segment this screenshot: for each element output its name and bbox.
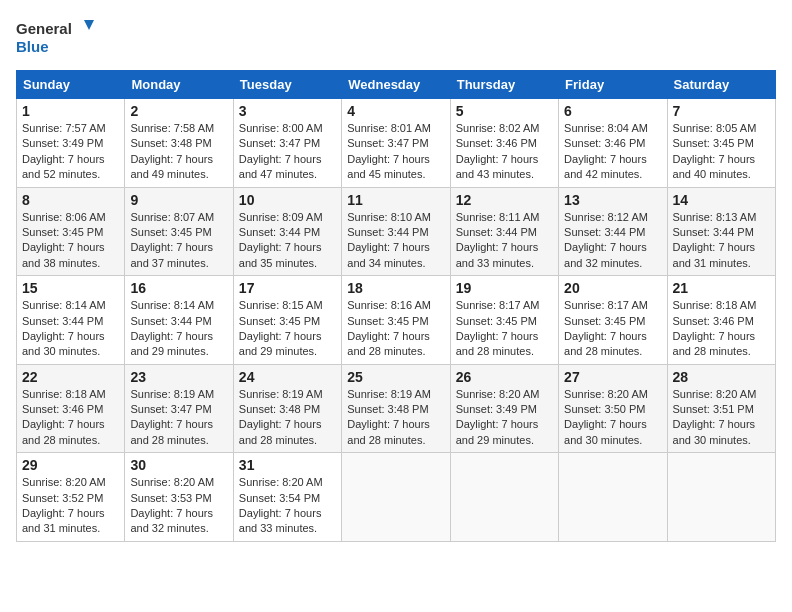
- day-cell: 14 Sunrise: 8:13 AMSunset: 3:44 PMDaylig…: [667, 187, 775, 276]
- day-number: 2: [130, 103, 227, 119]
- day-cell: 20 Sunrise: 8:17 AMSunset: 3:45 PMDaylig…: [559, 276, 667, 365]
- day-info: Sunrise: 8:01 AMSunset: 3:47 PMDaylight:…: [347, 121, 444, 183]
- day-info: Sunrise: 8:14 AMSunset: 3:44 PMDaylight:…: [130, 298, 227, 360]
- day-number: 19: [456, 280, 553, 296]
- day-number: 20: [564, 280, 661, 296]
- day-number: 10: [239, 192, 336, 208]
- header-tuesday: Tuesday: [233, 71, 341, 99]
- day-cell: [450, 453, 558, 542]
- day-cell: 9 Sunrise: 8:07 AMSunset: 3:45 PMDayligh…: [125, 187, 233, 276]
- day-info: Sunrise: 8:04 AMSunset: 3:46 PMDaylight:…: [564, 121, 661, 183]
- day-info: Sunrise: 8:13 AMSunset: 3:44 PMDaylight:…: [673, 210, 770, 272]
- day-cell: 13 Sunrise: 8:12 AMSunset: 3:44 PMDaylig…: [559, 187, 667, 276]
- day-number: 17: [239, 280, 336, 296]
- day-cell: 23 Sunrise: 8:19 AMSunset: 3:47 PMDaylig…: [125, 364, 233, 453]
- day-number: 21: [673, 280, 770, 296]
- day-info: Sunrise: 8:06 AMSunset: 3:45 PMDaylight:…: [22, 210, 119, 272]
- day-number: 6: [564, 103, 661, 119]
- day-cell: 5 Sunrise: 8:02 AMSunset: 3:46 PMDayligh…: [450, 99, 558, 188]
- day-number: 16: [130, 280, 227, 296]
- day-cell: 4 Sunrise: 8:01 AMSunset: 3:47 PMDayligh…: [342, 99, 450, 188]
- day-number: 5: [456, 103, 553, 119]
- day-info: Sunrise: 8:00 AMSunset: 3:47 PMDaylight:…: [239, 121, 336, 183]
- day-cell: 28 Sunrise: 8:20 AMSunset: 3:51 PMDaylig…: [667, 364, 775, 453]
- day-cell: 2 Sunrise: 7:58 AMSunset: 3:48 PMDayligh…: [125, 99, 233, 188]
- day-info: Sunrise: 8:09 AMSunset: 3:44 PMDaylight:…: [239, 210, 336, 272]
- day-number: 11: [347, 192, 444, 208]
- day-cell: 26 Sunrise: 8:20 AMSunset: 3:49 PMDaylig…: [450, 364, 558, 453]
- day-cell: [667, 453, 775, 542]
- day-number: 22: [22, 369, 119, 385]
- day-cell: 11 Sunrise: 8:10 AMSunset: 3:44 PMDaylig…: [342, 187, 450, 276]
- day-cell: 12 Sunrise: 8:11 AMSunset: 3:44 PMDaylig…: [450, 187, 558, 276]
- day-info: Sunrise: 7:58 AMSunset: 3:48 PMDaylight:…: [130, 121, 227, 183]
- week-row-2: 8 Sunrise: 8:06 AMSunset: 3:45 PMDayligh…: [17, 187, 776, 276]
- day-number: 15: [22, 280, 119, 296]
- day-number: 14: [673, 192, 770, 208]
- header-monday: Monday: [125, 71, 233, 99]
- week-row-4: 22 Sunrise: 8:18 AMSunset: 3:46 PMDaylig…: [17, 364, 776, 453]
- header-sunday: Sunday: [17, 71, 125, 99]
- week-row-3: 15 Sunrise: 8:14 AMSunset: 3:44 PMDaylig…: [17, 276, 776, 365]
- day-cell: 30 Sunrise: 8:20 AMSunset: 3:53 PMDaylig…: [125, 453, 233, 542]
- day-number: 12: [456, 192, 553, 208]
- day-number: 24: [239, 369, 336, 385]
- day-info: Sunrise: 8:12 AMSunset: 3:44 PMDaylight:…: [564, 210, 661, 272]
- day-number: 1: [22, 103, 119, 119]
- day-cell: 24 Sunrise: 8:19 AMSunset: 3:48 PMDaylig…: [233, 364, 341, 453]
- calendar-table: SundayMondayTuesdayWednesdayThursdayFrid…: [16, 70, 776, 542]
- day-info: Sunrise: 8:16 AMSunset: 3:45 PMDaylight:…: [347, 298, 444, 360]
- day-number: 29: [22, 457, 119, 473]
- day-info: Sunrise: 8:11 AMSunset: 3:44 PMDaylight:…: [456, 210, 553, 272]
- day-cell: 10 Sunrise: 8:09 AMSunset: 3:44 PMDaylig…: [233, 187, 341, 276]
- day-info: Sunrise: 8:14 AMSunset: 3:44 PMDaylight:…: [22, 298, 119, 360]
- page-header: General Blue: [16, 16, 776, 60]
- logo: General Blue: [16, 16, 96, 60]
- day-cell: 25 Sunrise: 8:19 AMSunset: 3:48 PMDaylig…: [342, 364, 450, 453]
- day-number: 25: [347, 369, 444, 385]
- day-info: Sunrise: 8:10 AMSunset: 3:44 PMDaylight:…: [347, 210, 444, 272]
- day-cell: 1 Sunrise: 7:57 AMSunset: 3:49 PMDayligh…: [17, 99, 125, 188]
- header-friday: Friday: [559, 71, 667, 99]
- week-row-5: 29 Sunrise: 8:20 AMSunset: 3:52 PMDaylig…: [17, 453, 776, 542]
- day-cell: 27 Sunrise: 8:20 AMSunset: 3:50 PMDaylig…: [559, 364, 667, 453]
- logo-svg: General Blue: [16, 16, 96, 60]
- day-info: Sunrise: 8:19 AMSunset: 3:47 PMDaylight:…: [130, 387, 227, 449]
- day-cell: 7 Sunrise: 8:05 AMSunset: 3:45 PMDayligh…: [667, 99, 775, 188]
- day-number: 30: [130, 457, 227, 473]
- day-info: Sunrise: 8:17 AMSunset: 3:45 PMDaylight:…: [456, 298, 553, 360]
- day-info: Sunrise: 8:18 AMSunset: 3:46 PMDaylight:…: [22, 387, 119, 449]
- svg-text:General: General: [16, 20, 72, 37]
- day-info: Sunrise: 8:15 AMSunset: 3:45 PMDaylight:…: [239, 298, 336, 360]
- day-info: Sunrise: 8:20 AMSunset: 3:51 PMDaylight:…: [673, 387, 770, 449]
- header-saturday: Saturday: [667, 71, 775, 99]
- day-number: 27: [564, 369, 661, 385]
- day-info: Sunrise: 8:02 AMSunset: 3:46 PMDaylight:…: [456, 121, 553, 183]
- day-info: Sunrise: 8:20 AMSunset: 3:50 PMDaylight:…: [564, 387, 661, 449]
- day-info: Sunrise: 8:19 AMSunset: 3:48 PMDaylight:…: [347, 387, 444, 449]
- day-cell: 17 Sunrise: 8:15 AMSunset: 3:45 PMDaylig…: [233, 276, 341, 365]
- day-number: 3: [239, 103, 336, 119]
- day-number: 18: [347, 280, 444, 296]
- header-thursday: Thursday: [450, 71, 558, 99]
- svg-text:Blue: Blue: [16, 38, 49, 55]
- day-cell: 22 Sunrise: 8:18 AMSunset: 3:46 PMDaylig…: [17, 364, 125, 453]
- day-cell: [559, 453, 667, 542]
- day-number: 23: [130, 369, 227, 385]
- header-wednesday: Wednesday: [342, 71, 450, 99]
- svg-marker-2: [84, 20, 94, 30]
- day-cell: 29 Sunrise: 8:20 AMSunset: 3:52 PMDaylig…: [17, 453, 125, 542]
- day-cell: 21 Sunrise: 8:18 AMSunset: 3:46 PMDaylig…: [667, 276, 775, 365]
- day-info: Sunrise: 8:18 AMSunset: 3:46 PMDaylight:…: [673, 298, 770, 360]
- day-cell: 31 Sunrise: 8:20 AMSunset: 3:54 PMDaylig…: [233, 453, 341, 542]
- day-info: Sunrise: 8:05 AMSunset: 3:45 PMDaylight:…: [673, 121, 770, 183]
- header-row: SundayMondayTuesdayWednesdayThursdayFrid…: [17, 71, 776, 99]
- day-cell: 8 Sunrise: 8:06 AMSunset: 3:45 PMDayligh…: [17, 187, 125, 276]
- day-number: 28: [673, 369, 770, 385]
- day-cell: 18 Sunrise: 8:16 AMSunset: 3:45 PMDaylig…: [342, 276, 450, 365]
- day-info: Sunrise: 8:20 AMSunset: 3:49 PMDaylight:…: [456, 387, 553, 449]
- day-info: Sunrise: 8:20 AMSunset: 3:53 PMDaylight:…: [130, 475, 227, 537]
- day-number: 13: [564, 192, 661, 208]
- day-cell: 15 Sunrise: 8:14 AMSunset: 3:44 PMDaylig…: [17, 276, 125, 365]
- day-number: 9: [130, 192, 227, 208]
